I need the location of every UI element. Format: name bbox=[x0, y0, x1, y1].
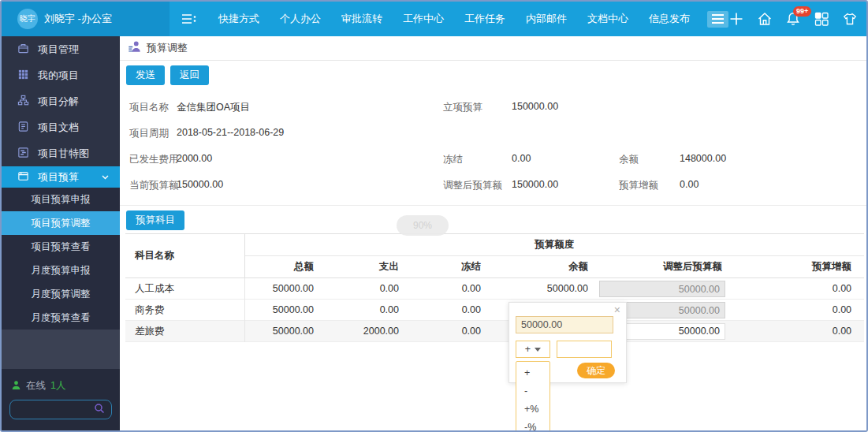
field-label: 项目名称 bbox=[129, 101, 169, 114]
current-value-input[interactable]: 50000.00 bbox=[516, 316, 613, 333]
adjusted-budget-input[interactable]: 50000.00 bbox=[599, 281, 725, 297]
subject-name: 人工成本 bbox=[125, 278, 244, 300]
incurred-cost-value: 2000.00 bbox=[177, 153, 212, 164]
theme-tshirt-icon[interactable] bbox=[842, 11, 858, 27]
sidebar-subitem-budget-view[interactable]: 项目预算查看 bbox=[2, 235, 120, 259]
budget-subjects-button[interactable]: 预算科目 bbox=[126, 210, 184, 230]
top-menu: 快捷方式 个人办公 审批流转 工作中心 工作任务 内部邮件 文档中心 信息发布 bbox=[218, 12, 690, 26]
sidebar-item-label: 项目文档 bbox=[38, 121, 79, 135]
budget-form: 项目名称 金信集团OA项目 立项预算 150000.00 项目周期 2018-0… bbox=[120, 89, 866, 206]
send-button[interactable]: 发送 bbox=[126, 65, 165, 85]
increase-value: 0.00 bbox=[728, 321, 864, 342]
sidebar-subitem-monthly-adjust[interactable]: 月度预算调整 bbox=[2, 282, 120, 306]
online-label: 在线 bbox=[26, 379, 46, 393]
menu-toggle-icon[interactable] bbox=[707, 11, 728, 28]
project-name-value: 金信集团OA项目 bbox=[177, 101, 250, 114]
user-section[interactable]: 晓宇 刘晓宇 -办公室 bbox=[2, 2, 170, 36]
sidebar-item-my-projects[interactable]: 我的项目 bbox=[2, 62, 120, 88]
sidebar-subitem-budget-declare[interactable]: 项目预算申报 bbox=[2, 188, 120, 211]
operator-option-plus-percent[interactable]: +% bbox=[516, 400, 549, 419]
online-user-icon bbox=[11, 380, 21, 393]
sidebar-spacer bbox=[2, 330, 120, 369]
field-label: 余额 bbox=[619, 153, 639, 166]
menu-item-shortcuts[interactable]: 快捷方式 bbox=[218, 12, 259, 26]
confirm-button[interactable]: 确定 bbox=[577, 363, 615, 378]
menu-item-approval-flow[interactable]: 审批流转 bbox=[341, 12, 382, 26]
column-header-subject-name: 科目名称 bbox=[125, 234, 244, 278]
menu-item-document-center[interactable]: 文档中心 bbox=[587, 12, 628, 26]
adjusted-budget-value: 50000.00 bbox=[613, 326, 720, 337]
budget-submenu: 项目预算申报 项目预算调整 项目预算查看 月度预算申报 月度预算调整 月度预算查… bbox=[2, 188, 120, 330]
frozen-value: 0.00 bbox=[405, 300, 487, 321]
current-budget-value: 150000.00 bbox=[177, 179, 223, 190]
online-count: 1人 bbox=[50, 379, 65, 393]
sidebar-item-label: 项目分解 bbox=[38, 95, 79, 109]
total-value: 50000.00 bbox=[244, 321, 320, 342]
menu-item-info-publish[interactable]: 信息发布 bbox=[649, 12, 690, 26]
sidebar-item-gantt-chart[interactable]: 项目甘特图 bbox=[2, 140, 120, 166]
sidebar-item-project-documents[interactable]: 项目文档 bbox=[2, 114, 120, 140]
sidebar-subitem-monthly-declare[interactable]: 月度预算申报 bbox=[2, 259, 120, 282]
project-period-value: 2018-05-21--2018-06-29 bbox=[177, 127, 284, 138]
sidebar-item-project-budget[interactable]: 项目预算 bbox=[2, 166, 120, 188]
adjustment-amount-input[interactable] bbox=[557, 341, 612, 358]
field-label: 立项预算 bbox=[443, 101, 482, 114]
sidebar: 项目管理 我的项目 项目分解 项目文档 项目甘特图 项目预算 项目预算申报 项目… bbox=[2, 36, 120, 430]
sidebar-item-label: 项目预算 bbox=[38, 170, 79, 184]
budget-icon bbox=[17, 170, 29, 184]
sidebar-footer: 在线 1人 bbox=[2, 369, 120, 430]
frozen-value: 0.00 bbox=[405, 278, 487, 300]
operator-dropdown: + - +% -% bbox=[516, 361, 550, 432]
menu-item-personal-office[interactable]: 个人办公 bbox=[280, 12, 321, 26]
main-content: 预算调整 发送 返回 项目名称 金信集团OA项目 立项预算 150000.00 … bbox=[120, 36, 866, 430]
column-header-balance: 余额 bbox=[487, 256, 594, 278]
operator-option-plus[interactable]: + bbox=[516, 364, 549, 382]
operator-option-minus-percent[interactable]: -% bbox=[516, 419, 549, 432]
notification-badge: 99+ bbox=[793, 6, 811, 17]
caret-down-icon bbox=[535, 348, 541, 352]
notifications-icon[interactable]: 99+ bbox=[785, 11, 801, 27]
spent-value: 0.00 bbox=[320, 300, 405, 321]
sidebar-search-input[interactable] bbox=[17, 404, 94, 415]
plus-icon[interactable] bbox=[728, 11, 744, 27]
sidebar-subitem-monthly-view[interactable]: 月度预算查看 bbox=[2, 306, 120, 330]
spent-value: 0.00 bbox=[320, 278, 405, 300]
sidebar-item-label: 项目甘特图 bbox=[38, 147, 89, 161]
frozen-value: 0.00 bbox=[405, 321, 487, 342]
back-button[interactable]: 返回 bbox=[170, 65, 209, 85]
sidebar-item-label: 项目管理 bbox=[38, 43, 79, 57]
budget-table: 科目名称 预算额度 总额 支出 冻结 余额 调整后预算额 预算增额 人工成本 5… bbox=[125, 233, 864, 342]
home-icon[interactable] bbox=[757, 11, 773, 27]
zoom-indicator: 90% bbox=[397, 215, 449, 236]
operator-option-minus[interactable]: - bbox=[516, 382, 549, 400]
close-icon[interactable]: × bbox=[614, 304, 620, 315]
menu-item-internal-mail[interactable]: 内部邮件 bbox=[526, 12, 567, 26]
total-value: 50000.00 bbox=[244, 278, 320, 300]
budget-adjust-title-icon bbox=[127, 39, 142, 57]
document-icon bbox=[17, 121, 29, 135]
subject-name: 商务费 bbox=[125, 300, 244, 321]
menu-item-work-tasks[interactable]: 工作任务 bbox=[464, 12, 505, 26]
field-label: 当前预算额 bbox=[129, 179, 179, 192]
spent-value: 2000.00 bbox=[320, 321, 405, 342]
field-label: 冻结 bbox=[443, 153, 463, 166]
briefcase-icon bbox=[17, 43, 29, 57]
increase-value: 0.00 bbox=[728, 300, 864, 321]
search-icon[interactable] bbox=[94, 403, 105, 417]
sidebar-subitem-budget-adjust[interactable]: 项目预算调整 bbox=[2, 211, 120, 235]
sidebar-item-project-management[interactable]: 项目管理 bbox=[2, 36, 120, 62]
sidebar-search[interactable] bbox=[9, 400, 112, 419]
balance-value: 50000.00 bbox=[487, 278, 594, 300]
sidebar-item-label: 我的项目 bbox=[38, 69, 79, 83]
menu-item-work-center[interactable]: 工作中心 bbox=[403, 12, 444, 26]
subject-name: 差旅费 bbox=[125, 321, 244, 342]
operator-select[interactable]: + bbox=[516, 341, 550, 358]
adjusted-budget-value: 150000.00 bbox=[512, 179, 558, 190]
chevron-down-icon bbox=[102, 175, 109, 180]
avatar[interactable]: 晓宇 bbox=[17, 9, 38, 29]
sitemap-icon bbox=[17, 95, 29, 109]
top-bar: 晓宇 刘晓宇 -办公室 快捷方式 个人办公 审批流转 工作中心 工作任务 内部邮… bbox=[2, 2, 866, 36]
apps-icon[interactable] bbox=[814, 11, 829, 27]
nav-collapse-icon[interactable] bbox=[181, 13, 198, 25]
sidebar-item-project-breakdown[interactable]: 项目分解 bbox=[2, 88, 120, 114]
